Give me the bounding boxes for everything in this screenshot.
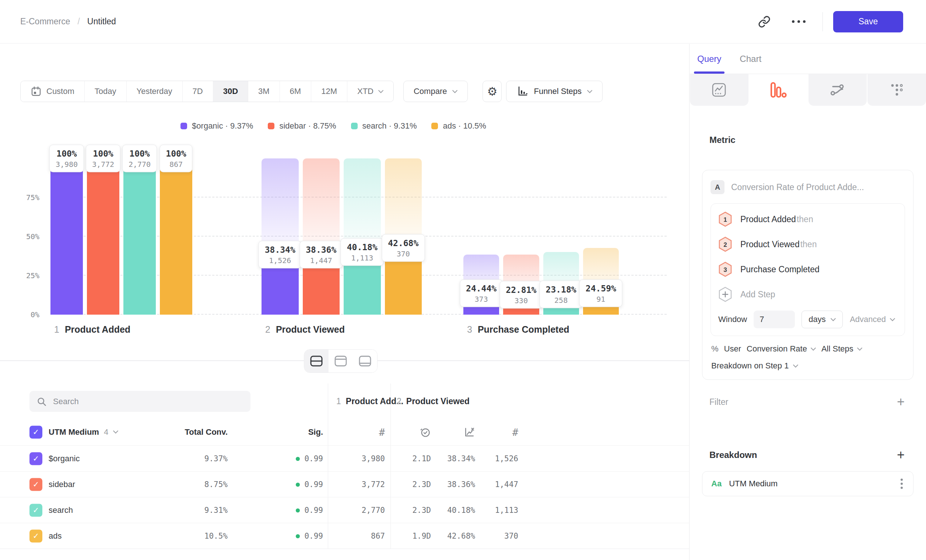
range-6m[interactable]: 6M [280, 81, 311, 102]
bar-sidebar-step1[interactable]: 100%3,772 [87, 159, 120, 315]
breadcrumb-project[interactable]: E-Commerce [20, 17, 70, 27]
view-table-only-button[interactable] [353, 350, 377, 372]
svg-text:1: 1 [723, 216, 727, 223]
save-button[interactable]: Save [833, 11, 903, 32]
row-checkbox[interactable]: ✓ [29, 453, 42, 465]
range-30d-selected[interactable]: 30D [213, 81, 248, 102]
tab-chart[interactable]: Chart [738, 44, 763, 74]
tab-query[interactable]: Query [696, 44, 723, 74]
bar-search-step3[interactable]: 23.18%258 [543, 159, 579, 315]
bar-ads-step1[interactable]: 100%867 [160, 159, 192, 315]
query-step-1[interactable]: 1 Product Addedthen [711, 207, 905, 232]
query-step-2[interactable]: 2 Product Viewedthen [711, 232, 905, 257]
breakdown-item-utm-medium[interactable]: Aa UTM Medium [702, 471, 914, 496]
row-checkbox[interactable]: ✓ [29, 530, 42, 543]
bar[interactable] [87, 159, 120, 315]
bar-search-step2[interactable]: 40.18%1,113 [343, 159, 381, 315]
breakdown-section: Breakdown + [710, 448, 905, 462]
range-7d[interactable]: 7D [182, 81, 213, 102]
bar-sidebar-step2[interactable]: 38.36%1,447 [303, 159, 340, 315]
view-chart-only-button[interactable] [328, 350, 353, 372]
table-row-search[interactable]: ✓ search 9.31% 0.99 2,770 2.3D 40.18% 1,… [0, 497, 690, 523]
metric-title-row[interactable]: A Conversion Rate of Product Adde... [711, 178, 905, 196]
bar-count: 3,980 [56, 159, 78, 169]
breadcrumb-report-title[interactable]: Untitled [87, 17, 116, 27]
copy-link-button[interactable] [758, 15, 770, 28]
bar-ads-step2[interactable]: 42.68%370 [385, 159, 422, 315]
chevron-down-icon [793, 364, 798, 368]
range-12m[interactable]: 12M [311, 81, 347, 102]
legend-item-search[interactable]: search · 9.31% [351, 121, 417, 131]
select-all-checkbox[interactable]: ✓ [29, 425, 42, 439]
compare-button[interactable]: Compare [403, 81, 468, 102]
add-step-button[interactable]: Add Step [711, 282, 905, 307]
measure-metric-dropdown[interactable]: Conversion Rate [747, 344, 816, 354]
window-value-input[interactable] [754, 310, 795, 328]
tab-funnels[interactable] [749, 74, 808, 106]
filter-heading: Filter [710, 397, 728, 407]
breadcrumb: E-Commerce / Untitled [0, 17, 116, 27]
total-conv-header[interactable]: Total Conv. [162, 427, 228, 437]
table-row-ads[interactable]: ✓ ads 10.5% 0.99 867 1.9D 42.68% 370 [0, 523, 690, 549]
legend-item-ads[interactable]: ads · 10.5% [431, 121, 486, 131]
legend-label: sidebar · 8.75% [279, 121, 336, 131]
breakdown-header-label: UTM Medium [48, 427, 99, 437]
breakdown-item-menu-button[interactable] [899, 477, 904, 490]
time-to-convert-header[interactable] [383, 426, 431, 438]
bar-loss-ghost [262, 159, 299, 254]
add-filter-button[interactable]: + [897, 395, 905, 409]
row-viewed-rate: 38.36% [427, 480, 475, 489]
bar-organic-step3[interactable]: 24.44%373 [463, 159, 499, 315]
tab-insights[interactable] [690, 74, 749, 106]
row-checkbox[interactable]: ✓ [29, 504, 42, 517]
window-unit-dropdown[interactable]: days [802, 310, 843, 328]
bar[interactable] [50, 159, 83, 315]
query-panel: Query Chart Metric A Conversion Rate of … [690, 44, 926, 560]
table-row-sidebar[interactable]: ✓ sidebar 8.75% 0.99 3,772 2.3D 38.36% 1… [0, 471, 690, 497]
measure-entity[interactable]: User [724, 344, 741, 354]
range-xtd[interactable]: XTD [347, 81, 393, 102]
breakdown-table: 1Product Add... 2Product Viewed ✓ UTM Me… [0, 383, 690, 549]
row-checkbox[interactable]: ✓ [29, 478, 42, 491]
legend-item-sidebar[interactable]: sidebar · 8.75% [268, 121, 336, 131]
row-viewed-time: 2.1D [383, 454, 431, 463]
tab-flows[interactable] [808, 74, 867, 106]
add-breakdown-button[interactable]: + [897, 448, 905, 462]
bar-organic-step2[interactable]: 38.34%1,526 [262, 159, 299, 315]
chart-settings-button[interactable]: ⚙ [483, 81, 502, 102]
measure-scope-label: All Steps [822, 344, 853, 354]
step-3-badge: 3 [718, 262, 732, 277]
tab-retention[interactable] [867, 74, 926, 106]
sig-value: 0.99 [304, 480, 323, 489]
conversion-rate-header[interactable] [427, 426, 475, 438]
range-yesterday[interactable]: Yesterday [126, 81, 182, 102]
advanced-dropdown[interactable]: Advanced [847, 314, 897, 325]
chart-type-dropdown[interactable]: Funnel Steps [506, 81, 602, 102]
range-3m[interactable]: 3M [248, 81, 280, 102]
legend-item-organic[interactable]: $organic · 9.37% [180, 121, 253, 131]
more-options-button[interactable] [792, 20, 806, 23]
measure-scope-dropdown[interactable]: All Steps [822, 344, 862, 354]
sig-header[interactable]: Sig. [254, 427, 323, 437]
breakdown-on-step-dropdown[interactable]: Breakdown on Step 1 [711, 361, 905, 371]
breakdown-count: 4 [104, 427, 108, 437]
metric-title: Conversion Rate of Product Adde... [731, 182, 864, 192]
range-today[interactable]: Today [84, 81, 126, 102]
bar-ads-step3[interactable]: 24.59%91 [583, 159, 619, 315]
bar-search-step1[interactable]: 100%2,770 [123, 159, 156, 315]
view-split-button[interactable] [304, 350, 328, 372]
bar[interactable] [160, 159, 192, 315]
breakdown-heading: Breakdown [710, 450, 757, 460]
count-column-header[interactable]: # [333, 426, 385, 438]
count-column-header[interactable]: # [471, 426, 518, 438]
search-input[interactable] [29, 391, 250, 412]
bar-organic-step1[interactable]: 100%3,980 [50, 159, 83, 315]
bar-sidebar-step3[interactable]: 22.81%330 [503, 159, 539, 315]
table-row-organic[interactable]: ✓ $organic 9.37% 0.99 3,980 2.1D 38.34% … [0, 445, 690, 472]
query-step-3[interactable]: 3 Purchase Completed [711, 257, 905, 282]
range-custom[interactable]: Custom [21, 81, 84, 102]
breakdown-column-header[interactable]: UTM Medium 4 [48, 427, 118, 437]
bar[interactable] [123, 159, 156, 315]
y-axis-tick: 25% [9, 271, 39, 280]
add-step-hexagon-icon [718, 287, 732, 302]
